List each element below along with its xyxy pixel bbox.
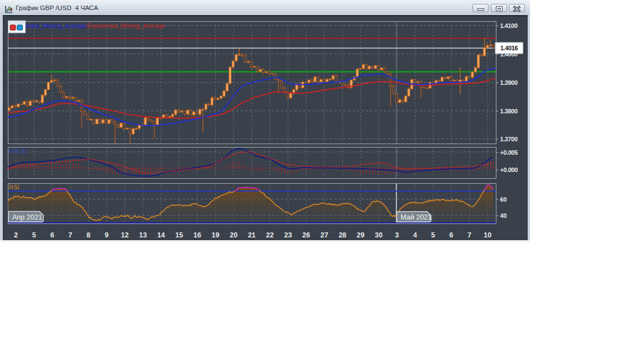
svg-text:1.4016: 1.4016 <box>500 45 518 51</box>
svg-text:+0.000: +0.000 <box>500 166 518 173</box>
svg-text:RSI: RSI <box>9 184 19 190</box>
svg-text:26: 26 <box>302 231 310 239</box>
svg-text:2: 2 <box>14 231 18 239</box>
svg-text:23: 23 <box>284 231 292 239</box>
svg-text:+0.005: +0.005 <box>500 149 518 156</box>
svg-text:7: 7 <box>68 231 72 239</box>
svg-text:40: 40 <box>500 212 507 219</box>
svg-text:29: 29 <box>357 231 364 239</box>
svg-text:7: 7 <box>467 231 471 239</box>
svg-text:6: 6 <box>50 231 54 239</box>
svg-text:15: 15 <box>176 231 183 239</box>
svg-text:1.4100: 1.4100 <box>500 22 518 29</box>
svg-text:6: 6 <box>449 231 453 239</box>
svg-text:MACD: MACD <box>9 147 27 154</box>
svg-text:27: 27 <box>320 231 328 239</box>
svg-text:ential_Moving_Average: ential_Moving_Average <box>26 22 87 29</box>
svg-text:19: 19 <box>211 231 219 239</box>
svg-text:14: 14 <box>157 231 165 239</box>
svg-text:Май 2021: Май 2021 <box>401 213 432 221</box>
svg-text:3: 3 <box>395 231 399 239</box>
svg-text:5: 5 <box>32 231 36 239</box>
svg-text:16: 16 <box>193 231 201 239</box>
svg-text:12: 12 <box>121 231 129 239</box>
svg-text:-: - <box>84 22 87 29</box>
svg-text:30: 30 <box>375 231 383 239</box>
svg-text:1.3800: 1.3800 <box>500 108 518 115</box>
svg-text:Апр 2021: Апр 2021 <box>12 213 42 221</box>
svg-text:13: 13 <box>139 231 147 239</box>
svg-text:8: 8 <box>87 231 91 239</box>
svg-text:1.3700: 1.3700 <box>500 136 518 142</box>
svg-text:1.3900: 1.3900 <box>500 79 518 86</box>
svg-text:5: 5 <box>431 231 435 239</box>
svg-text:10: 10 <box>484 231 491 239</box>
svg-text:60: 60 <box>500 196 507 203</box>
svg-text:21: 21 <box>248 231 255 239</box>
svg-text:28: 28 <box>339 231 347 239</box>
svg-text:4: 4 <box>413 231 417 239</box>
svg-text:20: 20 <box>230 231 238 239</box>
svg-text:9: 9 <box>105 231 108 239</box>
svg-text:-: - <box>162 22 164 29</box>
svg-text:22: 22 <box>266 231 274 239</box>
svg-text:Exponential_Moving_Average: Exponential_Moving_Average <box>87 22 165 29</box>
